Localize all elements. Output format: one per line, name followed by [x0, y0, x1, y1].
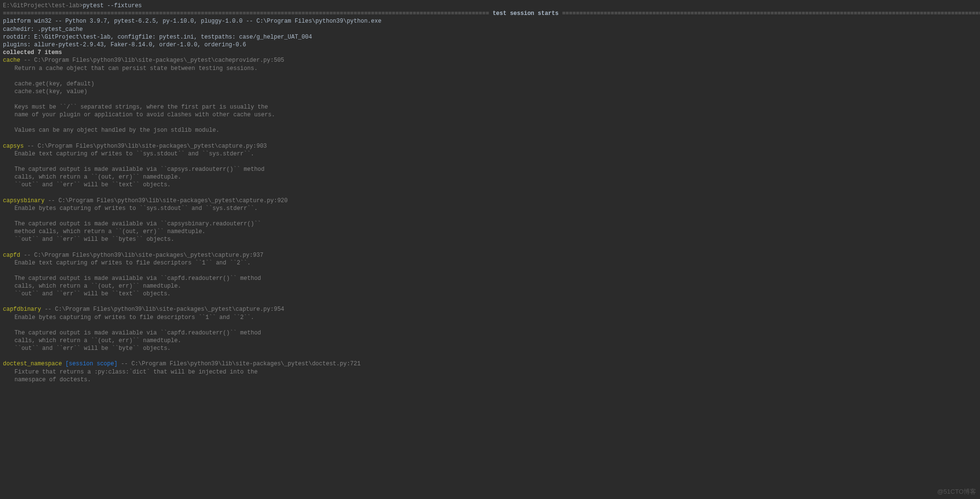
fixture-desc-line: Return a cache object that can persist s…: [3, 65, 977, 72]
fixture-desc-line: cache.set(key, value): [3, 88, 977, 96]
fixture-path: -- C:\Program Files\python39\lib\site-pa…: [20, 252, 263, 259]
fixture-header: capfdbinary -- C:\Program Files\python39…: [3, 305, 977, 313]
banner-right: ========================================…: [558, 10, 980, 17]
fixture-desc-line: ``out`` and ``err`` will be ``text`` obj…: [3, 290, 977, 298]
collected-line: collected 7 items: [3, 49, 977, 56]
watermark: @51CTO博客: [937, 487, 976, 496]
fixture-path: -- C:\Program Files\python39\lib\site-pa…: [44, 197, 287, 204]
fixture-desc-line: The captured output is made available vi…: [3, 275, 977, 282]
fixture-name: cache: [3, 57, 20, 64]
fixture-desc-line: Enable text capturing of writes to file …: [3, 259, 977, 267]
fixture-path: -- C:\Program Files\python39\lib\site-pa…: [41, 306, 284, 313]
fixture-desc-line: method calls, which return a ``(out, err…: [3, 228, 977, 236]
session-banner: ========================================…: [3, 10, 977, 17]
fixture-header: cache -- C:\Program Files\python39\lib\s…: [3, 56, 977, 64]
fixture-desc-line: calls, which return a ``(out, err)`` nam…: [3, 337, 977, 345]
fixture-desc-line: Enable bytes capturing of writes to ``sy…: [3, 205, 977, 212]
fixture-desc-line: ``out`` and ``err`` will be ``text`` obj…: [3, 181, 977, 189]
fixture-path: -- C:\Program Files\python39\lib\site-pa…: [24, 143, 267, 150]
fixture-desc-line: The captured output is made available vi…: [3, 220, 977, 228]
banner-left: ========================================…: [3, 10, 492, 17]
fixture-desc-line: calls, which return a ``(out, err)`` nam…: [3, 173, 977, 181]
fixture-desc-line: cache.get(key, default): [3, 80, 977, 88]
fixture-header: capfd -- C:\Program Files\python39\lib\s…: [3, 251, 977, 259]
fixture-desc-line: calls, which return a ``(out, err)`` nam…: [3, 282, 977, 290]
fixture-desc-line: namespace of doctests.: [3, 376, 977, 384]
fixture-scope: [session scope]: [62, 360, 117, 367]
fixture-header: doctest_namespace [session scope] -- C:\…: [3, 360, 977, 368]
fixture-name: capsysbinary: [3, 197, 44, 204]
fixture-name: doctest_namespace: [3, 360, 62, 367]
fixture-header: capsys -- C:\Program Files\python39\lib\…: [3, 142, 977, 150]
fixture-desc-line: ``out`` and ``err`` will be ``byte`` obj…: [3, 345, 977, 352]
fixture-desc-line: The captured output is made available vi…: [3, 166, 977, 173]
fixture-desc-line: ``out`` and ``err`` will be ``bytes`` ob…: [3, 236, 977, 243]
fixture-desc-line: Keys must be ``/`` separated strings, wh…: [3, 103, 977, 111]
cachedir-line: cachedir: .pytest_cache: [3, 26, 977, 33]
fixture-desc-line: The captured output is made available vi…: [3, 329, 977, 337]
command-prompt-line: E:\GitProject\test-lab>pytest --fixtures: [3, 2, 977, 10]
fixture-desc-line: Values can be any object handled by the …: [3, 126, 977, 134]
fixtures-list: cache -- C:\Program Files\python39\lib\s…: [3, 56, 977, 384]
fixture-desc-line: name of your plugin or application to av…: [3, 111, 977, 119]
fixture-desc-line: Enable bytes capturing of writes to file…: [3, 314, 977, 321]
fixture-name: capsys: [3, 143, 24, 150]
fixture-name: capfd: [3, 252, 20, 259]
platform-line: platform win32 -- Python 3.9.7, pytest-6…: [3, 17, 977, 25]
fixture-header: capsysbinary -- C:\Program Files\python3…: [3, 197, 977, 205]
fixture-path: -- C:\Program Files\python39\lib\site-pa…: [118, 360, 361, 367]
cwd: E:\GitProject\test-lab>: [3, 2, 83, 9]
fixture-name: capfdbinary: [3, 306, 41, 313]
fixture-desc-line: Enable text capturing of writes to ``sys…: [3, 150, 977, 158]
rootdir-line: rootdir: E:\GitProject\test-lab, configf…: [3, 33, 977, 41]
command: pytest --fixtures: [83, 2, 142, 9]
banner-title: test session starts: [492, 10, 558, 17]
fixture-path: -- C:\Program Files\python39\lib\site-pa…: [20, 57, 284, 64]
plugins-line: plugins: allure-pytest-2.9.43, Faker-8.1…: [3, 41, 977, 49]
fixture-desc-line: Fixture that returns a :py:class:`dict` …: [3, 368, 977, 376]
